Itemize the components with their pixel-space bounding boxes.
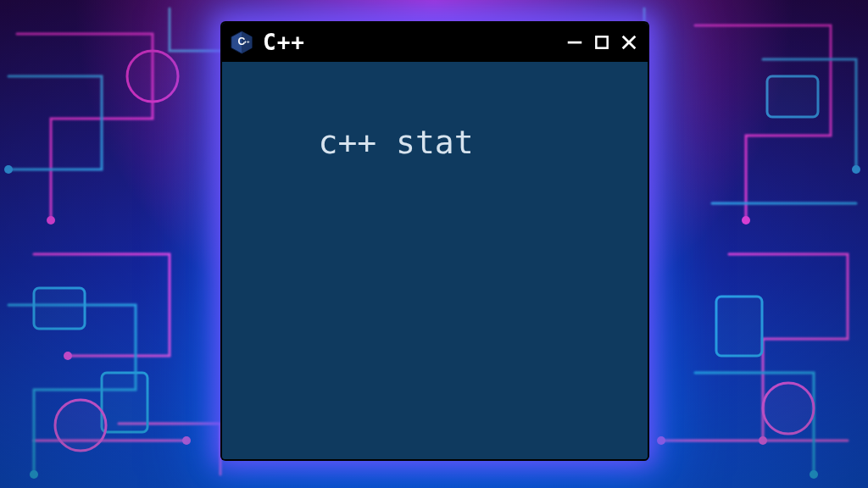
window-title: C++: [263, 30, 556, 55]
close-button[interactable]: [619, 32, 639, 53]
titlebar[interactable]: C ++ C++: [222, 23, 648, 62]
minimize-button[interactable]: [565, 32, 585, 53]
svg-text:++: ++: [244, 37, 251, 43]
cpp-logo-icon: C ++: [229, 30, 254, 55]
terminal-content: c++ stat: [319, 124, 474, 161]
terminal-body[interactable]: c++ stat: [222, 62, 648, 459]
maximize-button[interactable]: [592, 32, 612, 53]
window-controls: [565, 32, 639, 53]
terminal-window: C ++ C++ c++ stat: [222, 23, 648, 459]
svg-rect-22: [596, 36, 607, 47]
